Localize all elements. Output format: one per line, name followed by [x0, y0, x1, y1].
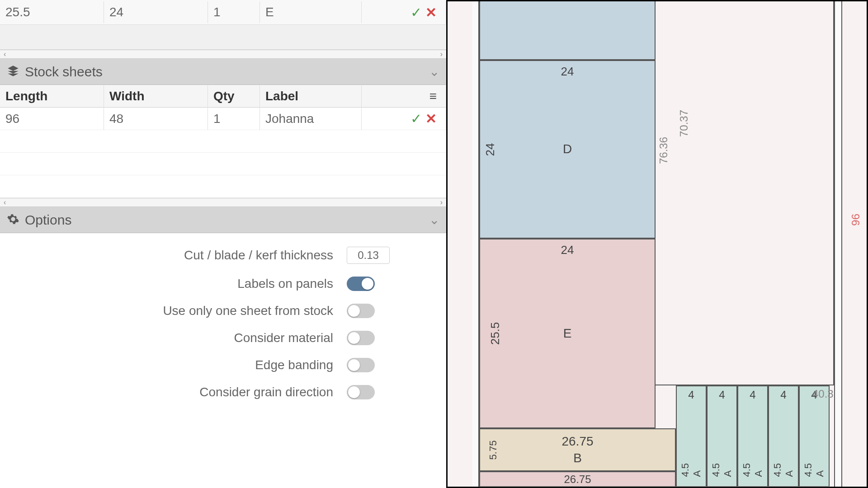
small-side: 4.5A: [710, 463, 734, 477]
dim-76: 76.36: [657, 137, 670, 164]
grain-direction-label: Consider grain direction: [18, 385, 347, 399]
header-qty: Qty: [208, 85, 260, 107]
panel-d-width: 24: [561, 65, 574, 79]
left-panel: 25.5 24 1 E ✓ ✕ ‹ › Stock sheets ⌄: [0, 0, 448, 488]
scroll-right-icon[interactable]: ›: [437, 50, 446, 58]
panel-b: 5.75 26.75 B: [479, 428, 676, 471]
stock-sheets-title: Stock sheets: [25, 64, 429, 80]
layers-icon: [7, 65, 19, 79]
waste-area: [656, 1, 834, 385]
dim-96: 96: [849, 214, 862, 226]
stock-empty-row: [0, 175, 446, 198]
dim-70: 70.37: [678, 110, 690, 137]
labels-on-panels-label: Labels on panels: [18, 277, 347, 291]
small-side: 4.5A: [802, 463, 826, 477]
panel-b-width: 26.75: [561, 433, 593, 450]
panel-b-label: B: [561, 450, 593, 466]
small-panel-4: 4 4.5A: [799, 385, 830, 487]
parts-table: 25.5 24 1 E ✓ ✕: [0, 0, 446, 50]
edge-banding-toggle[interactable]: [347, 358, 375, 372]
sheet-border-right: [834, 1, 842, 487]
chevron-down-icon[interactable]: ⌄: [429, 64, 439, 79]
panel-d-label: D: [563, 141, 572, 157]
option-labels-on-panels: Labels on panels: [18, 277, 428, 291]
panel-d-height: 24: [483, 143, 497, 156]
stock-sheets-header[interactable]: Stock sheets ⌄: [0, 59, 446, 85]
parts-width-cell[interactable]: 24: [104, 1, 208, 23]
small-top: 4: [780, 389, 786, 401]
options-header[interactable]: Options ⌄: [0, 207, 446, 233]
panel-b-center: 26.75 B: [561, 433, 593, 466]
scroll-left-icon[interactable]: ‹: [0, 50, 9, 58]
confirm-icon[interactable]: ✓: [410, 111, 422, 127]
cutting-layout-panel: 24 24 D 24 25.5 E 5.75 26.75 B 26.75: [448, 0, 868, 488]
cut-layout: 24 24 D 24 25.5 E 5.75 26.75 B 26.75: [448, 1, 867, 487]
sheet-border-left: [472, 1, 479, 487]
options-body: Cut / blade / kerf thickness Labels on p…: [0, 233, 446, 426]
stock-length-cell[interactable]: 96: [0, 108, 104, 130]
small-panel-0: 4 4.5A: [676, 385, 707, 487]
options-title: Options: [25, 212, 429, 228]
panel-e-label: E: [563, 325, 572, 342]
one-sheet-toggle[interactable]: [347, 304, 375, 318]
panel-d: 24 24 D: [479, 60, 656, 239]
option-edge-banding: Edge banding: [18, 358, 428, 372]
delete-icon[interactable]: ✕: [425, 5, 437, 20]
panel-e-height: 25.5: [488, 322, 502, 345]
small-side: 4.5A: [679, 463, 703, 477]
small-panel-1: 4 4.5A: [707, 385, 737, 487]
panel-e-width: 24: [561, 243, 574, 257]
small-side: 4.5A: [772, 463, 795, 477]
stock-actions-cell: ✓ ✕: [362, 107, 446, 130]
stock-label-cell[interactable]: Johanna: [260, 108, 362, 130]
delete-icon[interactable]: ✕: [425, 111, 437, 127]
stock-table: Length Width Qty Label ≡ 96 48 1 Johanna…: [0, 85, 446, 198]
kerf-label: Cut / blade / kerf thickness: [18, 248, 347, 263]
stock-header-row: Length Width Qty Label ≡: [0, 85, 446, 108]
parts-length-cell[interactable]: 25.5: [0, 1, 104, 23]
labels-on-panels-toggle[interactable]: [347, 277, 375, 291]
panel-top: [479, 1, 656, 60]
stock-width-cell[interactable]: 48: [104, 108, 208, 130]
header-width: Width: [104, 85, 208, 107]
kerf-input[interactable]: [347, 247, 390, 264]
small-top: 4: [688, 389, 694, 401]
stock-empty-row: [0, 130, 446, 153]
small-panel-2: 4 4.5A: [737, 385, 768, 487]
stock-empty-row: [0, 153, 446, 175]
gear-icon: [7, 213, 19, 227]
parts-empty-row: [0, 25, 446, 50]
confirm-icon[interactable]: ✓: [410, 5, 422, 20]
edge-banding-label: Edge banding: [18, 358, 347, 372]
option-consider-material: Consider material: [18, 331, 428, 345]
scroll-left-icon[interactable]: ‹: [0, 198, 9, 206]
horizontal-scrollbar[interactable]: ‹ ›: [0, 50, 446, 59]
panel-bottom-width: 26.75: [564, 473, 591, 486]
stock-row[interactable]: 96 48 1 Johanna ✓ ✕: [0, 108, 446, 130]
parts-label-cell[interactable]: E: [260, 1, 362, 23]
parts-row[interactable]: 25.5 24 1 E ✓ ✕: [0, 0, 446, 25]
consider-material-toggle[interactable]: [347, 331, 375, 345]
small-panel-3: 4 4.5A: [768, 385, 799, 487]
small-top: 4: [750, 389, 755, 401]
menu-icon[interactable]: ≡: [429, 89, 437, 103]
panel-b-height: 5.75: [487, 440, 499, 460]
chevron-down-icon[interactable]: ⌄: [429, 212, 439, 227]
header-label: Label: [260, 85, 362, 107]
parts-actions-cell: ✓ ✕: [362, 1, 446, 24]
one-sheet-label: Use only one sheet from stock: [18, 304, 347, 318]
header-length: Length: [0, 85, 104, 107]
panel-e: 24 25.5 E: [479, 239, 656, 428]
horizontal-scrollbar[interactable]: ‹ ›: [0, 198, 446, 207]
stock-qty-cell[interactable]: 1: [208, 108, 260, 130]
consider-material-label: Consider material: [18, 331, 347, 345]
parts-qty-cell[interactable]: 1: [208, 1, 260, 23]
grain-direction-toggle[interactable]: [347, 385, 375, 399]
scroll-right-icon[interactable]: ›: [437, 198, 446, 206]
option-kerf: Cut / blade / kerf thickness: [18, 247, 428, 264]
panel-bottom: 26.75: [479, 471, 676, 487]
small-side: 4.5A: [741, 463, 764, 477]
option-one-sheet: Use only one sheet from stock: [18, 304, 428, 318]
option-grain-direction: Consider grain direction: [18, 385, 428, 399]
header-menu[interactable]: ≡: [362, 85, 446, 107]
